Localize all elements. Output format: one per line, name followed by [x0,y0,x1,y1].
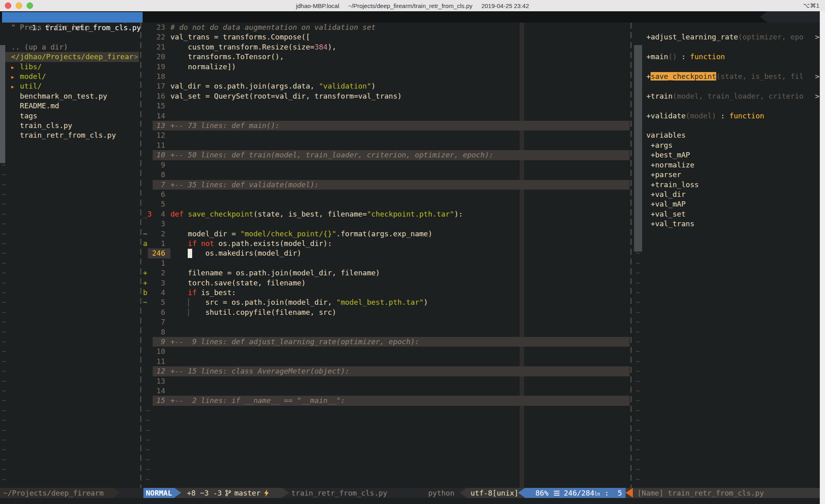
tilde-line: ~ [633,229,820,239]
tagbar-item[interactable]: +main() : function [633,52,820,62]
tagbar-item[interactable]: +adjust_learning_rate(optimizer, epo> [633,32,820,42]
nerdtree-scrollbar[interactable] [0,45,5,163]
editor-line[interactable]: 1 [142,258,630,268]
tagbar-item[interactable]: ▼ variables [633,130,820,140]
editor-line[interactable]: 8 [142,327,630,337]
tagbar-item[interactable]: +best_mAP [633,150,820,160]
editor-line[interactable]: 6 [142,190,630,199]
nerdtree-item[interactable]: README.md [0,101,139,111]
minimize-button[interactable] [16,2,22,9]
editor-panel[interactable]: 23# do not do data augmentation on valid… [142,23,630,488]
nerdtree-item[interactable]: ▸ model/ [0,72,139,81]
nerdtree-item[interactable] [0,32,139,42]
nontext-tilde: ~ [145,445,150,454]
editor-line[interactable]: 13 [142,376,630,386]
airline-statusline: ~/Projects/deep_firearm +8 ~3 -3 master … [0,488,825,498]
editor-line[interactable]: 10 [142,347,630,356]
tagbar-item[interactable]: +train(model, train_loader, criterio> [633,91,820,101]
editor-line[interactable]: 16val_set = QuerySet(root=val_dir, trans… [142,91,630,101]
nerdtree-item[interactable]: train_cls.py [0,121,139,130]
nerdtree-item[interactable]: train_retr_from_cls.py [0,130,139,140]
tagbar-item[interactable]: +val_dir [633,190,820,199]
fold-line[interactable]: 7+-- 35 lines: def validate(model): [142,180,630,190]
line-text: # do not do data augmentation on validat… [170,23,375,32]
editor-line[interactable]: 19 normalize]) [142,62,630,72]
editor-line[interactable]: +3 torch.save(state, filename) [142,278,630,288]
macos-scrollbar[interactable] [820,11,825,504]
editor-line[interactable]: 14 [142,111,630,121]
editor-line[interactable]: 5 [142,199,630,209]
fold-line[interactable]: 9+-- 9 lines: def adjust_learning_rate(o… [142,337,630,347]
nontext-tilde: ~ [2,396,6,405]
tagbar-item[interactable]: +validate(model) : function [633,111,820,121]
nerdtree-item[interactable]: tags [0,111,139,121]
editor-line[interactable]: 17val_dir = os.path.join(args.data, "val… [142,81,630,91]
tagbar-item[interactable]: +val_mAP [633,199,820,209]
nerdtree-item[interactable]: ▸ libs/ [0,62,139,72]
tagbar-item[interactable]: +parser [633,170,820,180]
editor-line[interactable]: 20 transforms.ToTensor(), [142,52,630,62]
editor-line[interactable]: 7 [142,317,630,327]
token: .. (up a dir) [2,43,68,51]
statusline-filename: train_retr_from_cls.py [291,488,387,498]
fold-line[interactable]: 10+-- 50 lines: def train(model, train_l… [142,150,630,160]
nontext-tilde: ~ [2,229,6,239]
nerdtree-panel[interactable]: " Press ? for help .. (up a dir) </jdhao… [0,23,139,488]
tagbar-item[interactable]: +save_checkpoint(state, is_best, fil> [633,72,820,81]
fold-line[interactable]: 13+-- 73 lines: def main(): [142,121,630,130]
line-number: 2 [148,268,165,278]
line-number: 8 [148,327,165,337]
tagbar-scrollbar[interactable] [634,45,642,252]
tagbar-item[interactable]: +val_trans [633,219,820,229]
tilde-line: ~ [633,258,820,268]
nontext-tilde: ~ [2,278,6,288]
editor-line[interactable]: 21 custom_transform.Resize(size=384), [142,42,630,52]
nontext-tilde: ~ [2,445,6,454]
tab-train-retr-from-cls[interactable]: 1. train_retr_from_cls.py [2,12,143,23]
editor-line[interactable]: 11 [142,140,630,150]
window-titlebar[interactable]: jdhao-MBP.local ~/Projects/deep_firearm/… [0,0,825,12]
editor-line[interactable]: 6 shutil.copyfile(filename, src) [142,308,630,317]
tagbar-item[interactable]: +val_set [633,209,820,219]
nontext-tilde: ~ [636,268,640,278]
line-number: 17 [148,81,165,91]
nerdtree-item[interactable]: " Press ? for help [0,23,139,32]
editor-line[interactable]: 12 [142,130,630,140]
nontext-tilde: ~ [636,396,640,405]
fold-line[interactable]: 12+-- 15 lines: class AverageMeter(objec… [142,366,630,376]
token: save_checkpoint [651,72,716,81]
window-separator-right[interactable] [630,23,632,488]
nerdtree-item[interactable]: benchmark_on_test.py [0,91,139,101]
editor-line[interactable]: 18 [142,72,630,81]
editor-line[interactable]: 15 [142,101,630,111]
editor-line[interactable]: 8 [142,170,630,180]
fold-line[interactable]: 15+-- 2 lines: if __name__ == "__main__"… [142,396,630,405]
nerdtree-root-item[interactable]: </jdhao/Projects/deep_firear> [0,52,139,62]
tagbar-item[interactable]: +normalize [633,160,820,170]
editor-line[interactable]: ~5 src = os.path.join(model_dir, "model_… [142,297,630,307]
tagbar-panel[interactable]: +adjust_learning_rate(optimizer, epo> +m… [633,23,820,488]
editor-line[interactable]: 9 [142,160,630,170]
line-number: 5 [148,199,165,209]
zoom-button[interactable] [27,2,33,9]
editor-line[interactable]: ~2 model_dir = "model/check_point/{}".fo… [142,229,630,239]
tagbar-item[interactable]: +args [633,140,820,150]
editor-line[interactable]: _34def save_checkpoint(state, is_best, f… [142,209,630,219]
editor-line[interactable]: a1 if not os.path.exists(model_dir): [142,239,630,248]
token: # do not do data augmentation on validat… [170,23,375,31]
close-button[interactable] [5,2,11,9]
tagbar-item[interactable]: +train_loss [633,180,820,190]
editor-line[interactable]: +2 filename = os.path.join(model_dir, fi… [142,268,630,278]
editor-line[interactable]: 22val_trans = transforms.Compose([ [142,32,630,42]
nontext-tilde: ~ [145,426,150,435]
window-separator-left[interactable] [140,23,141,488]
editor-line[interactable]: 3 [142,219,630,229]
editor-line[interactable]: 11 [142,357,630,366]
editor-line[interactable]: 14 [142,386,630,396]
editor-line[interactable]: 246 os.makedirs(model_dir) [142,248,630,258]
vim-command-line[interactable] [0,498,825,504]
editor-line[interactable]: 23# do not do data augmentation on valid… [142,23,630,32]
nerdtree-item[interactable]: ▸ util/ [0,81,139,91]
nerdtree-item[interactable]: .. (up a dir) [0,42,139,52]
editor-line[interactable]: b4 if is_best: [142,288,630,297]
